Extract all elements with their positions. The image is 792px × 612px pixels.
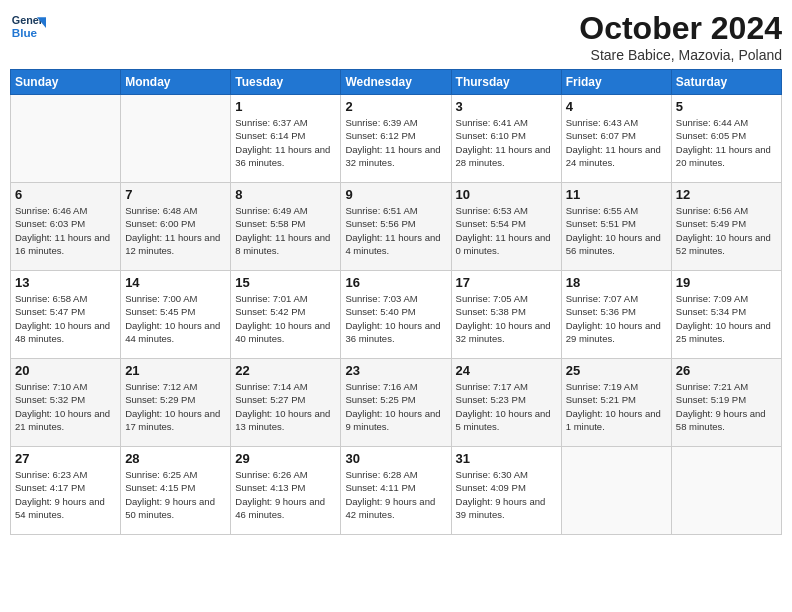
calendar-week-3: 13Sunrise: 6:58 AM Sunset: 5:47 PM Dayli… [11, 271, 782, 359]
day-number: 15 [235, 275, 336, 290]
calendar-cell: 9Sunrise: 6:51 AM Sunset: 5:56 PM Daylig… [341, 183, 451, 271]
calendar-cell: 13Sunrise: 6:58 AM Sunset: 5:47 PM Dayli… [11, 271, 121, 359]
calendar-cell: 20Sunrise: 7:10 AM Sunset: 5:32 PM Dayli… [11, 359, 121, 447]
day-number: 23 [345, 363, 446, 378]
day-info: Sunrise: 7:01 AM Sunset: 5:42 PM Dayligh… [235, 292, 336, 345]
calendar-cell: 3Sunrise: 6:41 AM Sunset: 6:10 PM Daylig… [451, 95, 561, 183]
day-info: Sunrise: 6:49 AM Sunset: 5:58 PM Dayligh… [235, 204, 336, 257]
day-number: 3 [456, 99, 557, 114]
day-info: Sunrise: 7:12 AM Sunset: 5:29 PM Dayligh… [125, 380, 226, 433]
day-number: 1 [235, 99, 336, 114]
day-info: Sunrise: 6:51 AM Sunset: 5:56 PM Dayligh… [345, 204, 446, 257]
calendar-week-5: 27Sunrise: 6:23 AM Sunset: 4:17 PM Dayli… [11, 447, 782, 535]
day-info: Sunrise: 6:44 AM Sunset: 6:05 PM Dayligh… [676, 116, 777, 169]
weekday-wednesday: Wednesday [341, 70, 451, 95]
calendar-cell: 6Sunrise: 6:46 AM Sunset: 6:03 PM Daylig… [11, 183, 121, 271]
calendar-body: 1Sunrise: 6:37 AM Sunset: 6:14 PM Daylig… [11, 95, 782, 535]
day-number: 9 [345, 187, 446, 202]
calendar-cell [561, 447, 671, 535]
calendar-cell: 16Sunrise: 7:03 AM Sunset: 5:40 PM Dayli… [341, 271, 451, 359]
logo: General Blue [10, 10, 46, 46]
day-info: Sunrise: 6:56 AM Sunset: 5:49 PM Dayligh… [676, 204, 777, 257]
day-number: 19 [676, 275, 777, 290]
day-number: 30 [345, 451, 446, 466]
day-info: Sunrise: 6:58 AM Sunset: 5:47 PM Dayligh… [15, 292, 116, 345]
day-number: 2 [345, 99, 446, 114]
day-number: 18 [566, 275, 667, 290]
day-info: Sunrise: 7:19 AM Sunset: 5:21 PM Dayligh… [566, 380, 667, 433]
calendar-cell: 11Sunrise: 6:55 AM Sunset: 5:51 PM Dayli… [561, 183, 671, 271]
day-number: 13 [15, 275, 116, 290]
day-info: Sunrise: 6:23 AM Sunset: 4:17 PM Dayligh… [15, 468, 116, 521]
day-info: Sunrise: 6:48 AM Sunset: 6:00 PM Dayligh… [125, 204, 226, 257]
calendar-table: SundayMondayTuesdayWednesdayThursdayFrid… [10, 69, 782, 535]
day-number: 12 [676, 187, 777, 202]
day-number: 4 [566, 99, 667, 114]
calendar-cell: 26Sunrise: 7:21 AM Sunset: 5:19 PM Dayli… [671, 359, 781, 447]
day-number: 20 [15, 363, 116, 378]
day-info: Sunrise: 7:10 AM Sunset: 5:32 PM Dayligh… [15, 380, 116, 433]
calendar-week-1: 1Sunrise: 6:37 AM Sunset: 6:14 PM Daylig… [11, 95, 782, 183]
day-number: 26 [676, 363, 777, 378]
calendar-cell [671, 447, 781, 535]
day-number: 24 [456, 363, 557, 378]
calendar-cell: 12Sunrise: 6:56 AM Sunset: 5:49 PM Dayli… [671, 183, 781, 271]
day-info: Sunrise: 6:55 AM Sunset: 5:51 PM Dayligh… [566, 204, 667, 257]
day-info: Sunrise: 7:03 AM Sunset: 5:40 PM Dayligh… [345, 292, 446, 345]
day-number: 28 [125, 451, 226, 466]
day-number: 6 [15, 187, 116, 202]
day-number: 7 [125, 187, 226, 202]
day-number: 10 [456, 187, 557, 202]
day-number: 25 [566, 363, 667, 378]
day-info: Sunrise: 6:53 AM Sunset: 5:54 PM Dayligh… [456, 204, 557, 257]
calendar-week-2: 6Sunrise: 6:46 AM Sunset: 6:03 PM Daylig… [11, 183, 782, 271]
day-info: Sunrise: 6:46 AM Sunset: 6:03 PM Dayligh… [15, 204, 116, 257]
calendar-cell [121, 95, 231, 183]
weekday-sunday: Sunday [11, 70, 121, 95]
location-subtitle: Stare Babice, Mazovia, Poland [579, 47, 782, 63]
calendar-cell: 30Sunrise: 6:28 AM Sunset: 4:11 PM Dayli… [341, 447, 451, 535]
calendar-cell: 8Sunrise: 6:49 AM Sunset: 5:58 PM Daylig… [231, 183, 341, 271]
day-number: 27 [15, 451, 116, 466]
calendar-cell: 4Sunrise: 6:43 AM Sunset: 6:07 PM Daylig… [561, 95, 671, 183]
day-info: Sunrise: 7:07 AM Sunset: 5:36 PM Dayligh… [566, 292, 667, 345]
calendar-cell: 24Sunrise: 7:17 AM Sunset: 5:23 PM Dayli… [451, 359, 561, 447]
calendar-cell: 19Sunrise: 7:09 AM Sunset: 5:34 PM Dayli… [671, 271, 781, 359]
calendar-cell: 29Sunrise: 6:26 AM Sunset: 4:13 PM Dayli… [231, 447, 341, 535]
day-number: 14 [125, 275, 226, 290]
weekday-tuesday: Tuesday [231, 70, 341, 95]
calendar-cell: 2Sunrise: 6:39 AM Sunset: 6:12 PM Daylig… [341, 95, 451, 183]
page-header: General Blue October 2024 Stare Babice, … [10, 10, 782, 63]
weekday-header-row: SundayMondayTuesdayWednesdayThursdayFrid… [11, 70, 782, 95]
calendar-cell: 5Sunrise: 6:44 AM Sunset: 6:05 PM Daylig… [671, 95, 781, 183]
day-info: Sunrise: 6:41 AM Sunset: 6:10 PM Dayligh… [456, 116, 557, 169]
svg-text:Blue: Blue [12, 26, 38, 39]
calendar-cell: 25Sunrise: 7:19 AM Sunset: 5:21 PM Dayli… [561, 359, 671, 447]
day-info: Sunrise: 7:09 AM Sunset: 5:34 PM Dayligh… [676, 292, 777, 345]
day-number: 31 [456, 451, 557, 466]
calendar-cell: 17Sunrise: 7:05 AM Sunset: 5:38 PM Dayli… [451, 271, 561, 359]
calendar-cell [11, 95, 121, 183]
day-info: Sunrise: 6:37 AM Sunset: 6:14 PM Dayligh… [235, 116, 336, 169]
day-info: Sunrise: 7:21 AM Sunset: 5:19 PM Dayligh… [676, 380, 777, 433]
logo-icon: General Blue [10, 10, 46, 46]
day-info: Sunrise: 6:39 AM Sunset: 6:12 PM Dayligh… [345, 116, 446, 169]
day-info: Sunrise: 6:28 AM Sunset: 4:11 PM Dayligh… [345, 468, 446, 521]
calendar-cell: 10Sunrise: 6:53 AM Sunset: 5:54 PM Dayli… [451, 183, 561, 271]
day-number: 29 [235, 451, 336, 466]
day-info: Sunrise: 6:30 AM Sunset: 4:09 PM Dayligh… [456, 468, 557, 521]
weekday-monday: Monday [121, 70, 231, 95]
calendar-cell: 14Sunrise: 7:00 AM Sunset: 5:45 PM Dayli… [121, 271, 231, 359]
calendar-cell: 15Sunrise: 7:01 AM Sunset: 5:42 PM Dayli… [231, 271, 341, 359]
month-title: October 2024 [579, 10, 782, 47]
day-number: 8 [235, 187, 336, 202]
day-info: Sunrise: 6:43 AM Sunset: 6:07 PM Dayligh… [566, 116, 667, 169]
calendar-cell: 28Sunrise: 6:25 AM Sunset: 4:15 PM Dayli… [121, 447, 231, 535]
calendar-cell: 1Sunrise: 6:37 AM Sunset: 6:14 PM Daylig… [231, 95, 341, 183]
weekday-friday: Friday [561, 70, 671, 95]
day-number: 22 [235, 363, 336, 378]
day-info: Sunrise: 7:16 AM Sunset: 5:25 PM Dayligh… [345, 380, 446, 433]
day-info: Sunrise: 6:26 AM Sunset: 4:13 PM Dayligh… [235, 468, 336, 521]
calendar-cell: 31Sunrise: 6:30 AM Sunset: 4:09 PM Dayli… [451, 447, 561, 535]
weekday-saturday: Saturday [671, 70, 781, 95]
